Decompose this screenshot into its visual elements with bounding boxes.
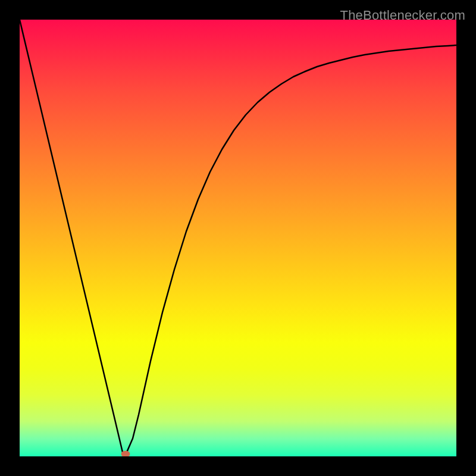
optimum-marker bbox=[121, 451, 130, 457]
plot-area bbox=[20, 20, 456, 456]
curve-svg bbox=[20, 20, 456, 456]
chart-container: TheBottlenecker.com bbox=[0, 0, 476, 476]
bottleneck-curve bbox=[20, 20, 456, 452]
